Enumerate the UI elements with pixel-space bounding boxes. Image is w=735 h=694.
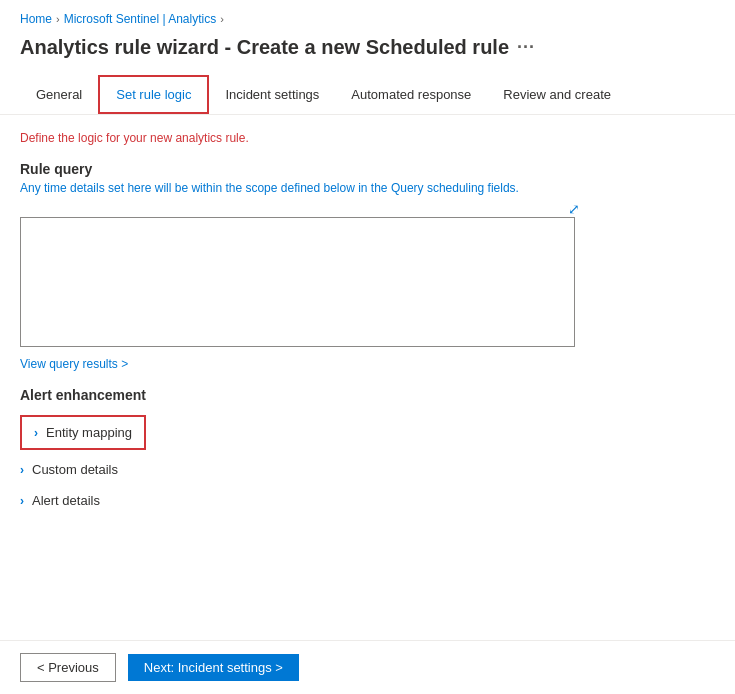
- next-button[interactable]: Next: Incident settings >: [128, 654, 299, 681]
- tab-set-rule-logic[interactable]: Set rule logic: [98, 75, 209, 114]
- breadcrumb: Home › Microsoft Sentinel | Analytics ›: [0, 0, 735, 32]
- more-options-icon[interactable]: ···: [517, 37, 535, 58]
- define-logic-text: Define the logic for your new analytics …: [20, 131, 715, 145]
- expand-icon[interactable]: ⤢: [568, 201, 580, 217]
- content-area: Define the logic for your new analytics …: [0, 115, 735, 532]
- entity-mapping-label: Entity mapping: [46, 425, 132, 440]
- page-title: Analytics rule wizard - Create a new Sch…: [0, 32, 735, 75]
- breadcrumb-home[interactable]: Home: [20, 12, 52, 26]
- alert-enhancement-title: Alert enhancement: [20, 387, 715, 403]
- collapsible-entity-mapping[interactable]: › Entity mapping: [20, 415, 146, 450]
- tab-review-create[interactable]: Review and create: [487, 77, 627, 112]
- tab-automated-response[interactable]: Automated response: [335, 77, 487, 112]
- chevron-custom-details-icon: ›: [20, 463, 24, 477]
- breadcrumb-sentinel[interactable]: Microsoft Sentinel | Analytics: [64, 12, 217, 26]
- chevron-entity-mapping-icon: ›: [34, 426, 38, 440]
- rule-query-title: Rule query: [20, 161, 715, 177]
- rule-query-subtitle: Any time details set here will be within…: [20, 181, 715, 195]
- tab-incident-settings[interactable]: Incident settings: [209, 77, 335, 112]
- tab-general[interactable]: General: [20, 77, 98, 112]
- custom-details-label: Custom details: [32, 462, 118, 477]
- collapsible-alert-details[interactable]: › Alert details: [20, 485, 715, 516]
- chevron-alert-details-icon: ›: [20, 494, 24, 508]
- collapsible-custom-details[interactable]: › Custom details: [20, 454, 715, 485]
- view-query-results-link[interactable]: View query results >: [20, 357, 128, 371]
- breadcrumb-sep-1: ›: [56, 13, 60, 25]
- footer: < Previous Next: Incident settings >: [0, 640, 735, 694]
- alert-details-label: Alert details: [32, 493, 100, 508]
- rule-query-textarea[interactable]: [20, 217, 575, 347]
- page-title-text: Analytics rule wizard - Create a new Sch…: [20, 36, 509, 59]
- previous-button[interactable]: < Previous: [20, 653, 116, 682]
- breadcrumb-sep-2: ›: [220, 13, 224, 25]
- tabs-row: General Set rule logic Incident settings…: [0, 75, 735, 115]
- expand-icon-container: ⤢: [20, 201, 580, 217]
